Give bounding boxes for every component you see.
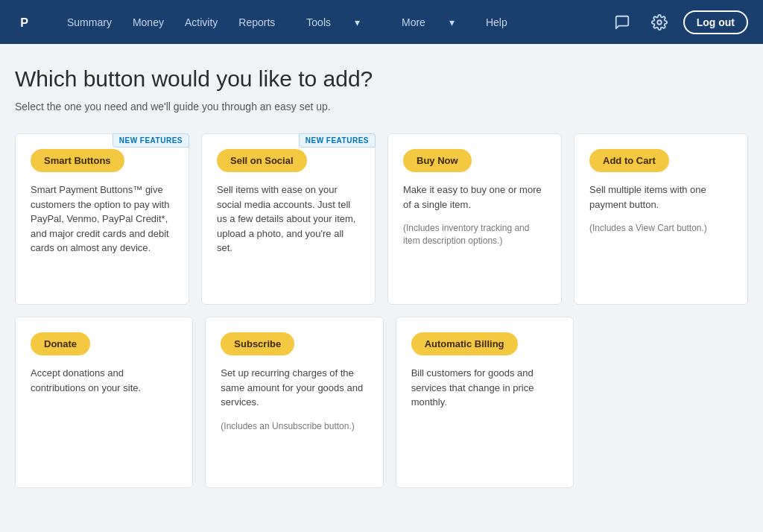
smart-buttons-button[interactable]: Smart Buttons (31, 149, 124, 172)
nav-summary[interactable]: Summary (57, 0, 122, 44)
new-features-badge-social: NEW FEATURES (299, 133, 376, 148)
svg-text:P: P (20, 16, 28, 29)
donate-card: Donate Accept donations and contribution… (15, 317, 193, 488)
smart-buttons-card: NEW FEATURES Smart Buttons Smart Payment… (15, 133, 189, 305)
add-to-cart-card: Add to Cart Sell multiple items with one… (574, 133, 748, 305)
nav-more[interactable]: More ▾ (381, 0, 475, 44)
page-content: Which button would you like to add? Sele… (0, 44, 763, 503)
subscribe-note: (Includes an Unsubscribe button.) (221, 420, 367, 433)
page-subtitle: Select the one you need and we'll guide … (15, 101, 748, 113)
automatic-billing-button[interactable]: Automatic Billing (411, 332, 518, 355)
add-to-cart-button[interactable]: Add to Cart (589, 149, 669, 172)
subscribe-card: Subscribe Set up recurring charges of th… (205, 317, 383, 488)
tools-chevron-icon: ▾ (344, 0, 370, 44)
settings-button[interactable] (646, 9, 673, 36)
smart-buttons-description: Smart Payment Buttons™ give customers th… (31, 183, 174, 256)
nav-links: Summary Money Activity Reports Tools ▾ M… (57, 0, 609, 44)
sell-on-social-card: NEW FEATURES Sell on Social Sell items w… (201, 133, 376, 305)
buy-now-description: Make it easy to buy one or more of a sin… (403, 183, 546, 212)
svg-point-2 (657, 20, 662, 25)
buy-now-button[interactable]: Buy Now (403, 149, 472, 172)
add-to-cart-note: (Includes a View Cart button.) (589, 222, 732, 235)
nav-money[interactable]: Money (122, 0, 174, 44)
paypal-logo: P (15, 9, 42, 36)
automatic-billing-card: Automatic Billing Bill customers for goo… (396, 317, 574, 488)
sell-on-social-description: Sell items with ease on your social medi… (217, 183, 360, 256)
messages-button[interactable] (609, 9, 636, 36)
buy-now-card: Buy Now Make it easy to buy one or more … (387, 133, 562, 305)
nav-activity[interactable]: Activity (174, 0, 228, 44)
donate-button[interactable]: Donate (31, 332, 90, 355)
new-features-badge-smart: NEW FEATURES (113, 133, 189, 148)
cards-row2: Donate Accept donations and contribution… (15, 317, 574, 488)
more-chevron-icon: ▾ (439, 0, 465, 44)
subscribe-button[interactable]: Subscribe (221, 332, 294, 355)
add-to-cart-description: Sell multiple items with one payment but… (589, 183, 732, 212)
nav-reports[interactable]: Reports (228, 0, 285, 44)
subscribe-description: Set up recurring charges of the same amo… (221, 366, 367, 410)
page-title: Which button would you like to add? (15, 66, 748, 92)
nav-tools[interactable]: Tools ▾ (285, 0, 381, 44)
buy-now-note: (Includes inventory tracking and item de… (403, 222, 546, 247)
donate-description: Accept donations and contributions on yo… (31, 366, 177, 395)
navbar: P Summary Money Activity Reports Tools ▾… (0, 0, 763, 44)
nav-help[interactable]: Help (475, 0, 518, 44)
sell-on-social-button[interactable]: Sell on Social (217, 149, 307, 172)
cards-row1: NEW FEATURES Smart Buttons Smart Payment… (15, 133, 748, 305)
nav-right: Log out (609, 9, 748, 36)
automatic-billing-description: Bill customers for goods and services th… (411, 366, 558, 410)
logout-button[interactable]: Log out (683, 10, 748, 34)
